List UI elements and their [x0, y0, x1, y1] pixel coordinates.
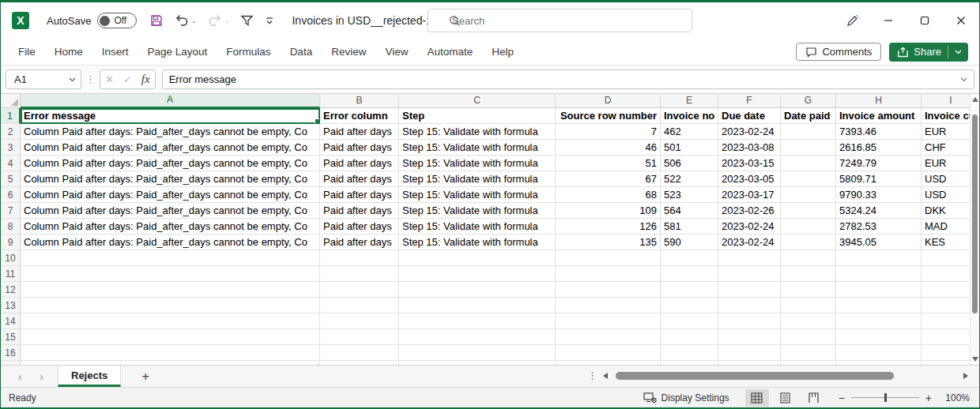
zoom-in-button[interactable]: + — [925, 392, 932, 404]
ribbon-tab-view[interactable]: View — [375, 39, 417, 65]
cell-B11[interactable] — [320, 266, 399, 282]
cell-H2[interactable]: 7393.46 — [836, 124, 922, 140]
name-box[interactable]: A1 — [6, 69, 81, 89]
row-header-4[interactable]: 4 — [1, 156, 21, 171]
select-all-corner[interactable] — [1, 94, 21, 108]
autosave-toggle[interactable]: Off — [97, 13, 137, 28]
cell-H3[interactable]: 2616.85 — [836, 140, 922, 156]
cell-A12[interactable] — [21, 282, 320, 298]
column-header-G[interactable]: G — [781, 94, 836, 108]
cell-B5[interactable]: Paid after days — [320, 171, 399, 187]
close-button[interactable] — [943, 2, 979, 39]
cell-A2[interactable]: Column Paid after days: Paid_after_days … — [21, 124, 320, 140]
row-header-10[interactable]: 10 — [1, 250, 21, 266]
cell-E5[interactable]: 522 — [661, 171, 718, 187]
cell-D1[interactable]: Source row number — [556, 108, 661, 124]
row-header-8[interactable]: 8 — [1, 219, 21, 235]
customize-toolbar-button[interactable] — [265, 16, 274, 25]
vertical-scrollbar[interactable] — [970, 94, 979, 365]
cell-B16[interactable] — [320, 345, 399, 361]
cell-C1[interactable]: Step — [399, 108, 556, 124]
cell-G10[interactable] — [781, 250, 836, 266]
cell-F16[interactable] — [718, 345, 781, 361]
cell-H7[interactable]: 5324.24 — [836, 203, 922, 219]
search-box[interactable] — [428, 9, 692, 32]
column-header-A[interactable]: A — [21, 94, 320, 108]
cell-B6[interactable]: Paid after days — [320, 187, 399, 203]
filter-button[interactable] — [240, 14, 254, 27]
search-input[interactable] — [450, 14, 648, 28]
cell-B1[interactable]: Error column — [320, 108, 399, 124]
cell-C12[interactable] — [399, 282, 556, 298]
autosave-control[interactable]: AutoSave Off — [47, 13, 137, 28]
cell-E13[interactable] — [661, 298, 718, 313]
cell-F14[interactable] — [718, 313, 781, 329]
row-header-16[interactable]: 16 — [1, 345, 21, 361]
add-sheet-button[interactable]: + — [121, 366, 170, 387]
cell-E15[interactable] — [661, 329, 718, 345]
undo-dropdown-icon[interactable]: ⌄ — [190, 17, 197, 24]
display-settings-button[interactable]: Display Settings — [643, 392, 741, 403]
row-header-14[interactable]: 14 — [1, 313, 21, 329]
cell-G12[interactable] — [781, 282, 836, 298]
scroll-left-icon[interactable] — [603, 373, 608, 379]
column-header-H[interactable]: H — [836, 94, 922, 108]
cell-F11[interactable] — [718, 266, 781, 282]
cell-F13[interactable] — [718, 298, 781, 313]
cell-D14[interactable] — [556, 313, 661, 329]
scroll-down-icon[interactable] — [972, 357, 978, 362]
row-header-9[interactable]: 9 — [1, 235, 21, 250]
cell-G13[interactable] — [781, 298, 836, 313]
cell-D16[interactable] — [556, 345, 661, 361]
ribbon-tab-data[interactable]: Data — [281, 39, 322, 65]
row-header-5[interactable]: 5 — [1, 171, 21, 187]
cell-F9[interactable]: 2023-02-24 — [718, 235, 781, 250]
vertical-scroll-thumb[interactable] — [972, 114, 978, 313]
cell-A16[interactable] — [21, 345, 320, 361]
cell-G11[interactable] — [781, 266, 836, 282]
cell-D8[interactable]: 126 — [556, 219, 661, 235]
cell-G14[interactable] — [781, 313, 836, 329]
ribbon-tab-review[interactable]: Review — [322, 39, 375, 65]
cell-D10[interactable] — [556, 250, 661, 266]
zoom-slider-thumb[interactable] — [884, 393, 887, 402]
tabbar-resize-handle[interactable]: ⋮ — [587, 370, 598, 381]
zoom-level[interactable]: 100% — [938, 392, 970, 403]
row-header-2[interactable]: 2 — [1, 124, 21, 140]
cell-E9[interactable]: 590 — [661, 235, 718, 250]
next-sheet-button[interactable]: › — [40, 370, 43, 383]
column-header-D[interactable]: D — [556, 94, 661, 108]
cell-E16[interactable] — [661, 345, 718, 361]
cell-A15[interactable] — [21, 329, 320, 345]
cell-E2[interactable]: 462 — [661, 124, 718, 140]
cell-F7[interactable]: 2023-02-26 — [718, 203, 781, 219]
cell-B10[interactable] — [320, 250, 399, 266]
page-layout-view-button[interactable] — [774, 389, 797, 407]
cell-F1[interactable]: Due date — [718, 108, 781, 124]
cell-H4[interactable]: 7249.79 — [836, 156, 922, 171]
cell-D7[interactable]: 109 — [556, 203, 661, 219]
cell-D5[interactable]: 67 — [556, 171, 661, 187]
cell-F4[interactable]: 2023-03-15 — [718, 156, 781, 171]
comments-button[interactable]: Comments — [796, 43, 881, 61]
cell-B13[interactable] — [320, 298, 399, 313]
zoom-slider[interactable] — [851, 397, 919, 398]
cell-C6[interactable]: Step 15: Validate with formula — [399, 187, 556, 203]
cell-G4[interactable] — [781, 156, 836, 171]
cell-A14[interactable] — [21, 313, 320, 329]
cell-G16[interactable] — [781, 345, 836, 361]
cell-E11[interactable] — [661, 266, 718, 282]
cell-A8[interactable]: Column Paid after days: Paid_after_days … — [21, 219, 320, 235]
row-header-12[interactable]: 12 — [1, 282, 21, 298]
cell-F8[interactable]: 2023-02-24 — [718, 219, 781, 235]
cell-B3[interactable]: Paid after days — [320, 140, 399, 156]
cell-C11[interactable] — [399, 266, 556, 282]
cell-D2[interactable]: 7 — [556, 124, 661, 140]
cell-A13[interactable] — [21, 298, 320, 313]
cell-C7[interactable]: Step 15: Validate with formula — [399, 203, 556, 219]
row-header-7[interactable]: 7 — [1, 203, 21, 219]
insert-function-button[interactable]: fx — [141, 73, 150, 86]
cell-B15[interactable] — [320, 329, 399, 345]
row-header-1[interactable]: 1 — [1, 108, 21, 124]
cell-E8[interactable]: 581 — [661, 219, 718, 235]
